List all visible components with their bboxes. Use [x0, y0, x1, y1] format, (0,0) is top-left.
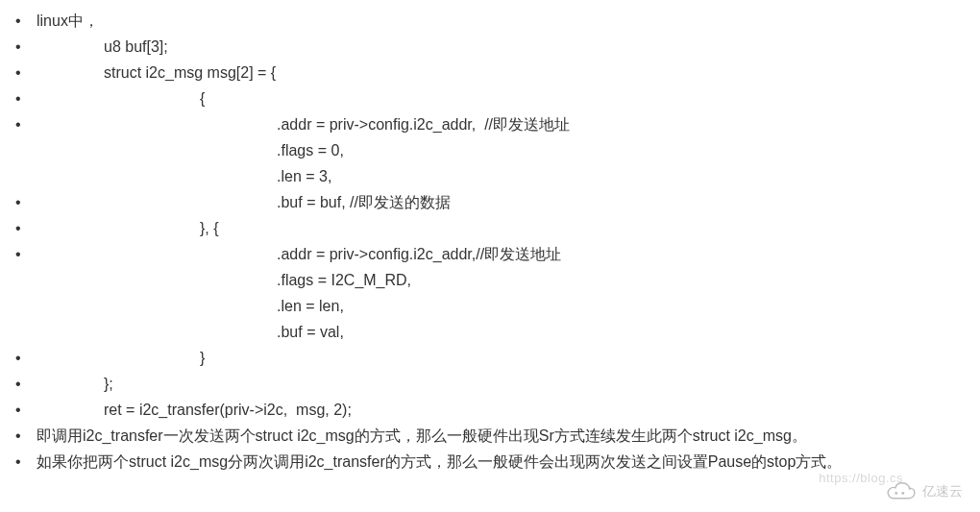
svg-point-1: [901, 492, 904, 495]
code-line: .addr = priv->config.i2c_addr,//即发送地址: [37, 241, 963, 267]
code-line: };: [37, 371, 963, 397]
code-line: .flags = 0,: [37, 137, 963, 163]
svg-point-0: [894, 492, 897, 495]
code-line: .len = len,: [37, 293, 963, 319]
watermark: 亿速云: [884, 481, 963, 502]
code-line: }, {: [37, 215, 963, 241]
cloud-logo-icon: [884, 481, 917, 502]
code-line: .buf = val,: [37, 319, 963, 345]
code-line: .len = 3,: [37, 163, 963, 189]
code-line: struct i2c_msg msg[2] = {: [37, 60, 963, 85]
code-line: ret = i2c_transfer(priv->i2c, msg, 2);: [37, 397, 963, 423]
document-content: linux中， u8 buf[3]; struct i2c_msg msg[2]…: [0, 8, 980, 475]
code-line: {: [37, 85, 963, 111]
code-line: }: [37, 345, 963, 371]
code-line: u8 buf[3];: [37, 34, 963, 60]
watermark-brand: 亿速云: [922, 483, 963, 500]
code-line: linux中，: [37, 8, 963, 34]
code-line: .addr = priv->config.i2c_addr, //即发送地址: [37, 111, 963, 137]
code-line: .flags = I2C_M_RD,: [37, 267, 963, 293]
paragraph-line: 即调用i2c_transfer一次发送两个struct i2c_msg的方式，那…: [37, 423, 963, 449]
code-line: .buf = buf, //即发送的数据: [37, 189, 963, 215]
